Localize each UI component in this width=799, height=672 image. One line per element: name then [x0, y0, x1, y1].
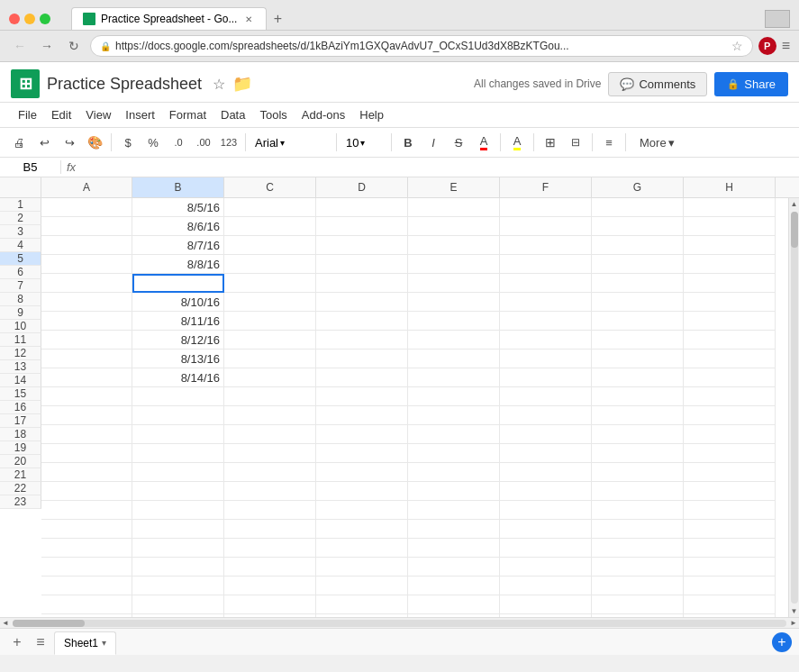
- new-tab-btn[interactable]: +: [267, 8, 288, 30]
- cell-G7[interactable]: [592, 312, 684, 331]
- cell-A22[interactable]: [41, 595, 132, 614]
- cell-H19[interactable]: [684, 539, 776, 558]
- maximize-window-btn[interactable]: [40, 14, 50, 24]
- cell-B10[interactable]: 8/14/16: [132, 368, 224, 387]
- cell-D4[interactable]: [316, 255, 408, 274]
- menu-insert[interactable]: Insert: [118, 104, 162, 125]
- cell-C12[interactable]: [224, 406, 316, 425]
- cell-A15[interactable]: [41, 463, 132, 482]
- cell-D15[interactable]: [316, 463, 408, 482]
- cell-F9[interactable]: [500, 350, 592, 368]
- forward-btn[interactable]: →: [36, 35, 58, 57]
- cell-D10[interactable]: [316, 368, 408, 387]
- cell-G18[interactable]: [592, 520, 684, 539]
- cell-F18[interactable]: [500, 520, 592, 539]
- row-header-17[interactable]: 17: [0, 414, 41, 428]
- cell-H4[interactable]: [684, 255, 776, 274]
- cell-C22[interactable]: [224, 595, 316, 614]
- col-header-B[interactable]: B: [132, 177, 224, 197]
- vertical-scrollbar[interactable]: ▲ ▼: [788, 198, 799, 617]
- cell-G3[interactable]: [592, 236, 684, 255]
- cell-C20[interactable]: [224, 558, 316, 577]
- cell-B23[interactable]: [132, 614, 224, 617]
- row-header-11[interactable]: 11: [0, 333, 41, 347]
- cell-B1[interactable]: 8/5/16: [132, 198, 224, 217]
- cell-D3[interactable]: [316, 236, 408, 255]
- row-header-3[interactable]: 3: [0, 225, 41, 239]
- cell-E13[interactable]: [408, 425, 500, 444]
- font-size-selector[interactable]: 10 ▾: [341, 133, 386, 152]
- cell-B4[interactable]: 8/8/16: [132, 255, 224, 274]
- cell-F16[interactable]: [500, 482, 592, 501]
- address-bar[interactable]: 🔒 https://docs.google.com/spreadsheets/d…: [90, 35, 753, 57]
- cell-F19[interactable]: [500, 539, 592, 558]
- cell-D20[interactable]: [316, 558, 408, 577]
- scroll-thumb[interactable]: [791, 212, 798, 248]
- row-header-16[interactable]: 16: [0, 401, 41, 414]
- scroll-track[interactable]: [791, 212, 798, 604]
- cell-G6[interactable]: [592, 293, 684, 312]
- document-title[interactable]: Practice Spreadsheet: [47, 75, 202, 94]
- row-header-2[interactable]: 2: [0, 212, 41, 225]
- cell-D6[interactable]: [316, 293, 408, 312]
- cell-B3[interactable]: 8/7/16: [132, 236, 224, 255]
- percent-btn[interactable]: %: [141, 131, 165, 154]
- cell-A4[interactable]: [41, 255, 132, 274]
- comments-btn[interactable]: 💬 Comments: [608, 72, 707, 96]
- cell-G16[interactable]: [592, 482, 684, 501]
- cell-D1[interactable]: [316, 198, 408, 217]
- cell-E3[interactable]: [408, 236, 500, 255]
- cell-F3[interactable]: [500, 236, 592, 255]
- active-tab[interactable]: Practice Spreadsheet - Go... ✕: [71, 7, 267, 30]
- add-sheet-btn2[interactable]: +: [772, 632, 792, 652]
- cell-D18[interactable]: [316, 520, 408, 539]
- cell-B20[interactable]: [132, 558, 224, 577]
- tab-close-btn[interactable]: ✕: [242, 13, 255, 25]
- cell-reference[interactable]: B5: [7, 160, 61, 174]
- cell-D14[interactable]: [316, 444, 408, 463]
- decimal-dec-btn[interactable]: .0: [167, 131, 190, 154]
- cell-D22[interactable]: [316, 595, 408, 614]
- cell-B14[interactable]: [132, 444, 224, 463]
- pinterest-btn[interactable]: P: [758, 37, 776, 55]
- cell-B2[interactable]: 8/6/16: [132, 217, 224, 236]
- row-header-23[interactable]: 23: [0, 495, 41, 509]
- cell-F4[interactable]: [500, 255, 592, 274]
- cell-C18[interactable]: [224, 520, 316, 539]
- cell-F23[interactable]: [500, 614, 592, 617]
- cell-E10[interactable]: [408, 368, 500, 387]
- font-selector[interactable]: Arial ▾: [250, 133, 331, 152]
- cell-H17[interactable]: [684, 501, 776, 520]
- cell-A21[interactable]: [41, 577, 132, 595]
- menu-addons[interactable]: Add-ons: [295, 104, 352, 125]
- cell-B21[interactable]: [132, 577, 224, 595]
- merge-cells-btn[interactable]: ⊟: [564, 131, 587, 154]
- cell-F8[interactable]: [500, 331, 592, 350]
- menu-file[interactable]: File: [11, 104, 44, 125]
- cell-F10[interactable]: [500, 368, 592, 387]
- cell-E18[interactable]: [408, 520, 500, 539]
- cell-A9[interactable]: [41, 350, 132, 368]
- cell-C4[interactable]: [224, 255, 316, 274]
- cell-B22[interactable]: [132, 595, 224, 614]
- cell-G22[interactable]: [592, 595, 684, 614]
- cell-F14[interactable]: [500, 444, 592, 463]
- cell-F6[interactable]: [500, 293, 592, 312]
- cell-E6[interactable]: [408, 293, 500, 312]
- text-color-btn[interactable]: A: [472, 131, 495, 154]
- cell-G10[interactable]: [592, 368, 684, 387]
- cell-C9[interactable]: [224, 350, 316, 368]
- cell-E2[interactable]: [408, 217, 500, 236]
- menu-help[interactable]: Help: [352, 104, 391, 125]
- decimal-inc-btn[interactable]: .00: [192, 131, 215, 154]
- cell-C15[interactable]: [224, 463, 316, 482]
- cell-H2[interactable]: [684, 217, 776, 236]
- cell-A8[interactable]: [41, 331, 132, 350]
- cell-C7[interactable]: [224, 312, 316, 331]
- h-scroll-thumb[interactable]: [13, 620, 85, 627]
- window-control-btn[interactable]: [765, 10, 790, 28]
- col-header-E[interactable]: E: [408, 177, 500, 197]
- cell-B5[interactable]: [132, 274, 224, 293]
- bookmark-icon[interactable]: ☆: [731, 39, 743, 53]
- cell-E14[interactable]: [408, 444, 500, 463]
